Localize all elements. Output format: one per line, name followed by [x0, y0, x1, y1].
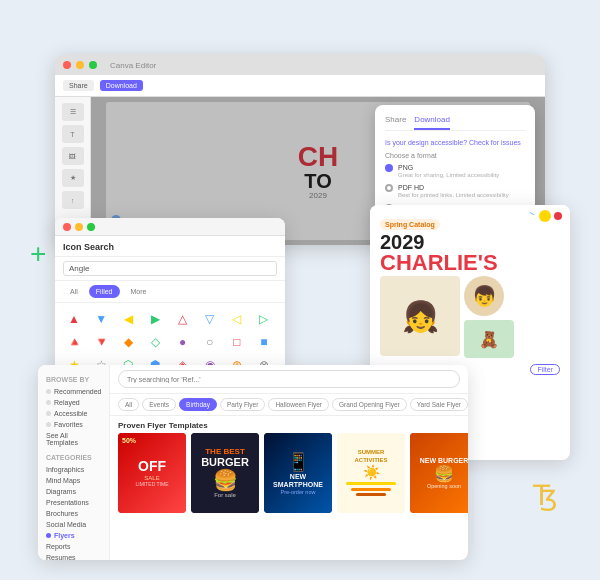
- catalog-brand-name: CHARLIE'S: [380, 252, 560, 274]
- icon-close-dot[interactable]: [63, 223, 71, 231]
- icon-triangle-left[interactable]: ◀: [117, 309, 139, 329]
- catalog-child-emoji: 👧: [402, 299, 439, 334]
- card5-text: NEW BURGER: [420, 457, 468, 464]
- filter-tag-halloween[interactable]: Halloween Flyer: [268, 398, 329, 411]
- template-card-burger[interactable]: THE BEST BURGER 🍔 For sale: [191, 433, 259, 513]
- option-pdf-desc: Best for printed links, Limited accessib…: [398, 192, 509, 198]
- sidebar-cat-mind-maps[interactable]: Mind Maps: [46, 475, 101, 486]
- icon-tri-outline-right[interactable]: ▷: [253, 309, 275, 329]
- sidebar-cat-presentations[interactable]: Presentations: [46, 497, 101, 508]
- sidebar-item-accessible[interactable]: Accessible: [46, 408, 101, 419]
- card1-text: OFF: [138, 459, 166, 474]
- share-button[interactable]: Share: [63, 80, 94, 91]
- sidebar-item-relayed[interactable]: Relayed: [46, 397, 101, 408]
- card3-sub: Pre-order now: [281, 489, 316, 495]
- icon-search-input[interactable]: [63, 261, 277, 276]
- sidebar-cat-reports[interactable]: Reports: [46, 541, 101, 552]
- sidebar-item-favorites[interactable]: Favorites: [46, 419, 101, 430]
- filter-tag-party[interactable]: Party Flyer: [220, 398, 265, 411]
- catalog-child2-emoji: 👦: [472, 284, 497, 308]
- browse-by-section: Browse By Recommended Relayed Accessible…: [38, 373, 109, 451]
- sidebar-item-recommended[interactable]: Recommended: [46, 386, 101, 397]
- filter-tag-events[interactable]: Events: [142, 398, 176, 411]
- close-dot[interactable]: [63, 61, 71, 69]
- panel-icon-3[interactable]: 🖼: [62, 147, 84, 165]
- panel-icon-4[interactable]: ★: [62, 169, 84, 187]
- catalog-year: 2029: [380, 232, 560, 252]
- catalog-wave-deco: ~: [527, 207, 536, 219]
- icon-purple-circle[interactable]: ●: [172, 332, 194, 352]
- icon-filter-tabs: All Filled More: [55, 281, 285, 303]
- sidebar-dot-4: [46, 422, 51, 427]
- modal-format-label: Choose a format: [385, 152, 525, 159]
- sidebar-cat-brochures[interactable]: Brochures: [46, 508, 101, 519]
- catalog-header: ~ Spring Catalog 2029: [370, 205, 570, 252]
- icon-tab-all[interactable]: All: [63, 285, 85, 298]
- icon-tri-outline-down[interactable]: ▽: [199, 309, 221, 329]
- panel-icon-2[interactable]: T: [62, 125, 84, 143]
- icon-search-title: Icon Search: [55, 236, 285, 257]
- icon-circle-outline[interactable]: ○: [199, 332, 221, 352]
- catalog-side-images: 👦 🧸: [464, 276, 514, 358]
- card4-emoji: ☀️: [363, 464, 380, 480]
- template-search-input[interactable]: [118, 370, 460, 388]
- catalog-deco-dots: [539, 210, 562, 222]
- card3-text: NEWSMARTPHONE: [273, 473, 323, 490]
- sidebar-dot-3: [46, 411, 51, 416]
- sidebar-cat-flyers[interactable]: Flyers: [46, 530, 101, 541]
- panel-icon-1[interactable]: ☰: [62, 103, 84, 121]
- modal-tabs: Share Download: [385, 115, 525, 131]
- radio-pdf-hd[interactable]: [385, 184, 393, 192]
- filter-tag-yard-sale[interactable]: Yard Sale Flyer: [410, 398, 468, 411]
- modal-option-png[interactable]: PNG Great for sharing, Limited accessibi…: [385, 163, 525, 178]
- filter-tag-grand-opening[interactable]: Grand Opening Flyer: [332, 398, 407, 411]
- sidebar-item-see-all[interactable]: See All Templates: [46, 430, 101, 448]
- sidebar-cat-social-media[interactable]: Social Media: [46, 519, 101, 530]
- icon-green-shape[interactable]: ◇: [144, 332, 166, 352]
- template-card-summer[interactable]: SUMMER ACTIVITIES ☀️: [337, 433, 405, 513]
- modal-option-pdf-hd[interactable]: PDF HD Best for printed links, Limited a…: [385, 183, 525, 198]
- panel-icon-5[interactable]: ↑: [62, 191, 84, 209]
- radio-png[interactable]: [385, 164, 393, 172]
- decoration-plus: +: [30, 238, 46, 270]
- option-png-label: PNG: [398, 163, 499, 172]
- template-card-smartphone[interactable]: 📱 NEWSMARTPHONE Pre-order now: [264, 433, 332, 513]
- icon-tri-outline-left[interactable]: ◁: [226, 309, 248, 329]
- template-card-sale[interactable]: 50% OFF SALE LIMITED TIME: [118, 433, 186, 513]
- icon-square[interactable]: □: [226, 332, 248, 352]
- icon-square-filled[interactable]: ■: [253, 332, 275, 352]
- download-button[interactable]: Download: [100, 80, 143, 91]
- sidebar-cat-diagrams[interactable]: Diagrams: [46, 486, 101, 497]
- accessibility-link[interactable]: Check for issues: [469, 139, 521, 146]
- icon-orange-shape[interactable]: ◆: [117, 332, 139, 352]
- icon-triangle-up[interactable]: ▲: [63, 309, 85, 329]
- template-gallery-layout: Browse By Recommended Relayed Accessible…: [38, 365, 468, 560]
- catalog-filter-button[interactable]: Filter: [530, 364, 560, 375]
- maximize-dot[interactable]: [89, 61, 97, 69]
- template-card-burger2[interactable]: NEW BURGER 🍔 Opening soon: [410, 433, 468, 513]
- modal-tab-download[interactable]: Download: [414, 115, 450, 130]
- card3-emoji: 📱: [287, 451, 309, 473]
- card4-bar1: [346, 482, 396, 485]
- icon-tab-filled[interactable]: Filled: [89, 285, 120, 298]
- template-grid: 50% OFF SALE LIMITED TIME THE BEST BURGE…: [110, 433, 468, 518]
- filter-tag-all[interactable]: All: [118, 398, 139, 411]
- minimize-dot[interactable]: [76, 61, 84, 69]
- icon-min-dot[interactable]: [75, 223, 83, 231]
- option-pdf-label: PDF HD: [398, 183, 509, 192]
- icon-blue-tri[interactable]: 🔻: [90, 332, 112, 352]
- icon-triangle-down[interactable]: ▼: [90, 309, 112, 329]
- icon-tri-outline-up[interactable]: △: [172, 309, 194, 329]
- icon-red-tri[interactable]: 🔺: [63, 332, 85, 352]
- icon-triangle-right[interactable]: ▶: [144, 309, 166, 329]
- sidebar-cat-resumes[interactable]: Resumes: [46, 552, 101, 560]
- decoration-swirl: Ꜩ: [533, 479, 558, 512]
- modal-tab-share[interactable]: Share: [385, 115, 406, 130]
- sidebar-cat-infographics[interactable]: Infographics: [46, 464, 101, 475]
- card2-emoji: 🍔: [213, 468, 238, 492]
- filter-tag-birthday[interactable]: Birthday: [179, 398, 217, 411]
- card4-bar2: [351, 488, 391, 491]
- card5-sub: Opening soon: [427, 483, 461, 489]
- icon-max-dot[interactable]: [87, 223, 95, 231]
- icon-tab-more[interactable]: More: [124, 285, 154, 298]
